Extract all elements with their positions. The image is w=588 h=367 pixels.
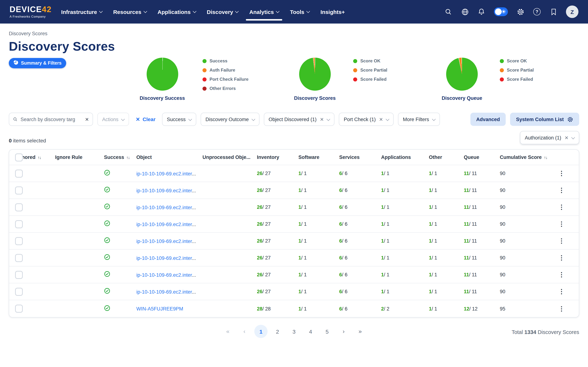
row-menu-kebab-icon[interactable]: ⋮ [555, 306, 568, 312]
row-checkbox[interactable] [15, 220, 23, 228]
value-done: 1 [381, 289, 384, 294]
last-page-button[interactable]: » [354, 325, 367, 338]
user-avatar[interactable]: Z [566, 6, 579, 18]
object-link[interactable]: ip-10-10-109-69.ec2.inter [136, 188, 192, 193]
globe-icon[interactable] [461, 8, 469, 16]
row-checkbox[interactable] [15, 271, 23, 279]
row-checkbox[interactable] [15, 288, 23, 296]
actions-dropdown[interactable]: Actions [97, 113, 129, 126]
value-total: 1 [432, 221, 437, 227]
settings-gear-icon[interactable] [516, 8, 524, 16]
sort-icon[interactable]: ↑↓ [544, 155, 547, 159]
object-link[interactable]: ip-10-10-109-69.ec2.inter [136, 221, 192, 227]
legend-item[interactable]: Success [202, 58, 248, 64]
value-done: 12 [464, 306, 469, 311]
object-link[interactable]: ip-10-10-109-69.ec2.inter [136, 171, 192, 176]
menu-tools[interactable]: Tools [290, 9, 310, 15]
row-menu-kebab-icon[interactable]: ⋮ [555, 170, 568, 176]
clear-filters-button[interactable]: ✕Clear [136, 116, 156, 122]
object-link[interactable]: ip-10-10-109-69.ec2.inter [136, 238, 192, 244]
summary-filters-button[interactable]: Summary & Filters [9, 58, 66, 68]
menu-resources[interactable]: Resources [113, 9, 147, 15]
menu-insights[interactable]: Insights+ [320, 9, 345, 15]
menu-analytics[interactable]: Analytics [249, 9, 279, 15]
menu-applications[interactable]: Applications [157, 9, 196, 15]
row-menu-kebab-icon[interactable]: ⋮ [555, 204, 568, 210]
remove-filter-icon[interactable]: ✕ [379, 117, 383, 122]
legend-item[interactable]: Score OK [353, 58, 387, 64]
legend-item[interactable]: Port Check Failure [202, 77, 248, 82]
first-page-button[interactable]: « [221, 325, 234, 338]
value-total: 11 [469, 204, 477, 210]
chart-title: Discovery Queue [442, 95, 482, 101]
object-link[interactable]: ip-10-10-109-69.ec2.inter [136, 205, 192, 210]
clear-search-icon[interactable]: ✕ [85, 117, 89, 122]
row-checkbox[interactable] [15, 305, 23, 313]
legend-dot [353, 68, 357, 72]
sort-icon[interactable]: ↑↓ [126, 155, 130, 159]
legend-item[interactable]: Score Partial [500, 67, 534, 73]
value-total: 1 [301, 306, 307, 311]
row-menu-kebab-icon[interactable]: ⋮ [555, 187, 568, 193]
success-check-icon [104, 203, 110, 209]
row-checkbox[interactable] [15, 186, 23, 194]
sort-icon[interactable]: ↑↓ [38, 155, 41, 159]
pie-discovery-success[interactable] [147, 58, 178, 91]
notifications-bell-icon[interactable] [477, 8, 485, 16]
breadcrumb[interactable]: Discovery Scores [9, 31, 579, 36]
legend-item[interactable]: Other Errors [202, 86, 248, 91]
legend-item[interactable]: Auth Failure [202, 67, 248, 73]
value-total: 1 [384, 221, 389, 227]
more-filters-dropdown[interactable]: More Filters [398, 113, 440, 126]
select-all-checkbox[interactable] [15, 153, 23, 161]
bookmark-icon[interactable] [549, 8, 557, 16]
row-menu-kebab-icon[interactable]: ⋮ [555, 272, 568, 278]
legend-item[interactable]: Score Partial [353, 67, 387, 73]
row-menu-kebab-icon[interactable]: ⋮ [555, 238, 568, 244]
brand-logo[interactable]: DEVICE42 A Freshworks Company [9, 6, 52, 18]
authorization-filter-chip[interactable]: Authorization (1)✕ [520, 131, 579, 144]
legend-item[interactable]: Score OK [500, 58, 534, 64]
remove-filter-icon[interactable]: ✕ [564, 135, 569, 140]
row-menu-kebab-icon[interactable]: ⋮ [555, 288, 568, 295]
pie-discovery-scores[interactable] [299, 58, 331, 91]
menu-infrastructure[interactable]: Infrastructure [61, 9, 102, 15]
row-menu-kebab-icon[interactable]: ⋮ [555, 221, 568, 227]
remove-filter-icon[interactable]: ✕ [320, 117, 324, 122]
discovery-outcome-dropdown[interactable]: Discovery Outcome [201, 113, 259, 126]
legend-item[interactable]: Score Failed [353, 77, 387, 82]
object-link[interactable]: ip-10-10-109-69.ec2.inter [136, 289, 192, 294]
page-button-3[interactable]: 3 [287, 325, 301, 338]
page-button-4[interactable]: 4 [304, 325, 317, 338]
theme-toggle[interactable] [494, 7, 508, 16]
cell-other: 11 [429, 238, 464, 244]
help-icon[interactable]: ? [533, 8, 541, 16]
pie-discovery-queue[interactable] [446, 58, 478, 91]
search-input[interactable] [21, 117, 82, 122]
page-button-2[interactable]: 2 [271, 325, 284, 338]
page-button-5[interactable]: 5 [320, 325, 334, 338]
row-menu-kebab-icon[interactable]: ⋮ [555, 255, 568, 261]
menu-discovery[interactable]: Discovery [207, 9, 238, 15]
cell-services: 66 [339, 289, 381, 294]
row-checkbox[interactable] [15, 169, 23, 177]
value-done: 26 [257, 238, 262, 244]
search-icon[interactable] [444, 8, 452, 16]
row-checkbox[interactable] [15, 203, 23, 211]
object-link[interactable]: ip-10-10-109-69.ec2.inter [136, 255, 192, 261]
advanced-button[interactable]: Advanced [470, 113, 506, 126]
page-button-1[interactable]: 1 [254, 325, 268, 338]
row-checkbox[interactable] [15, 237, 23, 245]
row-checkbox[interactable] [15, 254, 23, 262]
object-discovered-filter[interactable]: Object Discovered (1)✕ [264, 113, 335, 126]
prev-page-button[interactable]: ‹ [238, 325, 251, 338]
success-filter-dropdown[interactable]: Success [162, 113, 196, 126]
object-link[interactable]: ip-10-10-109-69.ec2.inter [136, 272, 192, 278]
legend-item[interactable]: Score Failed [500, 77, 534, 82]
system-column-list-button[interactable]: System Column List [510, 113, 579, 126]
next-page-button[interactable]: › [337, 325, 350, 338]
object-link[interactable]: WIN-A5FUJREE9PM [136, 306, 183, 312]
search-box[interactable]: ✕ [9, 113, 93, 126]
pie-chart-icon [14, 60, 18, 66]
port-check-filter[interactable]: Port Check (1)✕ [339, 113, 394, 126]
